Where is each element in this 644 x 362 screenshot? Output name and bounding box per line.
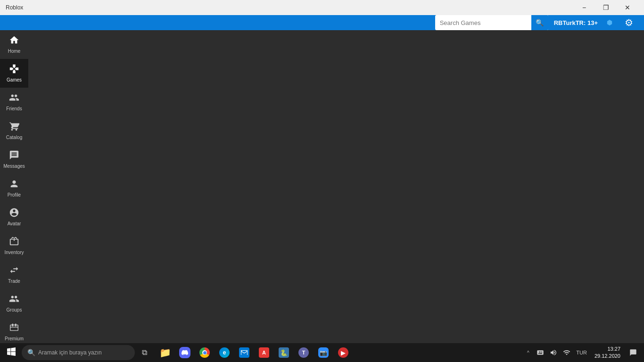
task-view-button[interactable]: ⧉ — [136, 344, 153, 361]
sidebar-item-premium[interactable]: Premium — [0, 318, 28, 346]
user-info: RBTurkTR: 13+ — [554, 19, 598, 26]
games-icon — [9, 64, 19, 75]
sidebar-item-groups[interactable]: Groups — [0, 289, 28, 318]
svg-rect-2 — [15, 324, 17, 327]
red-app-icon: A — [259, 347, 269, 358]
svg-rect-0 — [10, 325, 18, 331]
sidebar-item-inventory[interactable]: Inventory — [0, 231, 28, 260]
trade-icon — [9, 265, 19, 277]
messages-icon — [9, 150, 19, 162]
search-icon: 🔍 — [536, 19, 544, 26]
sidebar-label-friends: Friends — [6, 106, 22, 112]
window-controls: − ❐ ✕ — [573, 0, 638, 15]
sidebar-item-profile[interactable]: Profile — [0, 174, 28, 203]
sidebar-label-avatar: Avatar — [8, 221, 21, 227]
taskbar-app-chrome[interactable] — [195, 344, 214, 361]
sidebar-label-messages: Messages — [3, 164, 25, 169]
sidebar-item-games[interactable]: Games — [0, 59, 28, 88]
sidebar-item-avatar[interactable]: Avatar — [0, 203, 28, 231]
discord-icon — [179, 347, 190, 358]
svg-rect-1 — [12, 324, 13, 327]
premium-badge[interactable] — [603, 16, 616, 29]
content-area — [28, 30, 644, 346]
clock[interactable]: 13:27 29.12.2020 — [591, 344, 624, 361]
teams-icon: T — [298, 347, 309, 358]
taskbar-search[interactable]: 🔍 Aramak için buraya yazın — [22, 345, 135, 360]
keyboard-icon[interactable] — [535, 344, 546, 361]
taskbar-app-python[interactable]: 🐍 — [274, 344, 293, 361]
sidebar-item-trade[interactable]: Trade — [0, 260, 28, 289]
sys-tray-overflow[interactable]: ^ — [523, 344, 533, 361]
folder-icon: 📁 — [159, 347, 171, 358]
search-input[interactable] — [435, 19, 531, 26]
settings-button[interactable]: ⚙ — [621, 15, 636, 30]
taskbar-right: ^ TUR 13:27 29.12.2020 — [523, 344, 642, 361]
sidebar-label-groups: Groups — [7, 307, 22, 313]
sidebar-item-catalog[interactable]: Catalog — [0, 116, 28, 145]
taskbar-app-folder[interactable]: 📁 — [156, 344, 174, 361]
sidebar-item-home[interactable]: Home — [0, 30, 28, 59]
taskbar-app-red[interactable]: A — [255, 344, 273, 361]
taskbar: 🔍 Aramak için buraya yazın ⧉ 📁 e — [0, 343, 644, 362]
taskbar-app-zoom[interactable]: 📷 — [314, 344, 333, 361]
taskbar-app-red2[interactable]: ▶ — [334, 344, 353, 361]
hex-shape — [604, 17, 615, 28]
clock-time: 13:27 — [607, 346, 620, 353]
zoom-icon: 📷 — [318, 347, 329, 358]
taskbar-apps: 📁 e A — [156, 344, 522, 361]
network-icon[interactable] — [561, 344, 572, 361]
mail-icon — [239, 347, 249, 358]
sidebar-label-inventory: Inventory — [4, 250, 24, 255]
edge-icon: e — [219, 347, 230, 358]
user-label: RBTurkTR: 13+ — [554, 19, 598, 26]
sidebar-label-trade: Trade — [8, 279, 20, 284]
python-icon: 🐍 — [279, 347, 289, 358]
gear-icon: ⚙ — [625, 17, 633, 28]
profile-icon — [9, 179, 19, 190]
taskbar-app-teams[interactable]: T — [294, 344, 313, 361]
notification-button[interactable] — [626, 344, 640, 361]
sidebar-label-home: Home — [8, 49, 21, 54]
sidebar-label-catalog: Catalog — [6, 135, 22, 140]
sidebar-label-games: Games — [7, 77, 22, 83]
titlebar: Roblox − ❐ ✕ — [0, 0, 644, 15]
home-icon — [9, 35, 19, 47]
sidebar: Home Games Friends Catalog — [0, 30, 28, 346]
search-button[interactable]: 🔍 — [531, 15, 548, 30]
app-title: Roblox — [6, 4, 23, 11]
close-button[interactable]: ✕ — [617, 0, 638, 15]
hex-inner — [607, 20, 612, 25]
taskbar-search-text: Aramak için buraya yazın — [38, 349, 102, 356]
chevron-up-icon: ^ — [527, 350, 529, 355]
groups-icon — [9, 294, 19, 305]
sidebar-label-profile: Profile — [8, 192, 21, 198]
red2-app-icon: ▶ — [338, 347, 348, 358]
sidebar-item-friends[interactable]: Friends — [0, 88, 28, 116]
app-container: 🔍 RBTurkTR: 13+ ⚙ Home — [0, 15, 644, 343]
volume-icon[interactable] — [548, 344, 559, 361]
topbar: 🔍 RBTurkTR: 13+ ⚙ — [0, 15, 644, 30]
main-area: Home Games Friends Catalog — [0, 30, 644, 346]
minimize-button[interactable]: − — [573, 0, 595, 15]
friends-icon — [9, 92, 19, 104]
inventory-icon — [9, 236, 19, 248]
taskbar-app-discord[interactable] — [175, 344, 194, 361]
taskbar-app-edge[interactable]: e — [215, 344, 234, 361]
taskbar-app-mail[interactable] — [235, 344, 254, 361]
premium-icon — [9, 322, 19, 334]
search-container: 🔍 — [435, 15, 548, 30]
start-button[interactable] — [2, 344, 21, 361]
task-view-icon: ⧉ — [142, 348, 147, 357]
maximize-button[interactable]: ❐ — [595, 0, 617, 15]
sidebar-item-messages[interactable]: Messages — [0, 145, 28, 174]
sidebar-label-premium: Premium — [5, 336, 24, 342]
catalog-icon — [9, 121, 19, 133]
language-indicator[interactable]: TUR — [574, 350, 589, 355]
clock-date: 29.12.2020 — [594, 353, 620, 360]
chrome-icon — [199, 347, 210, 358]
avatar-icon — [9, 207, 19, 219]
windows-icon — [7, 347, 16, 358]
taskbar-search-icon: 🔍 — [27, 349, 35, 356]
